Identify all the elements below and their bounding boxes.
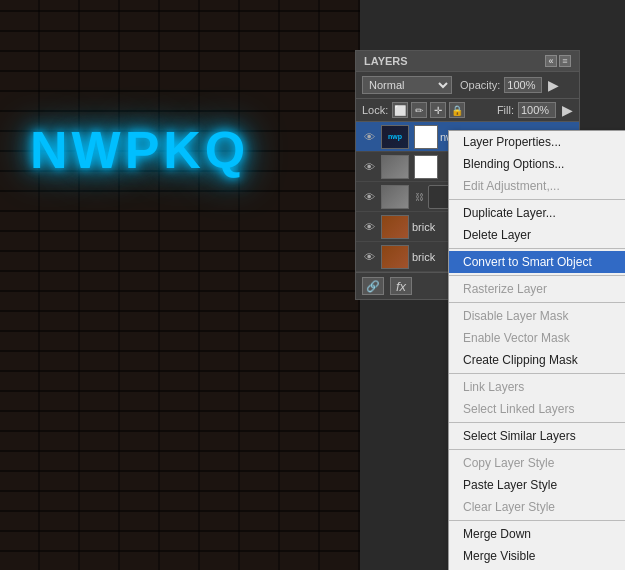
context-menu-item: Enable Vector Mask xyxy=(449,327,625,349)
menu-separator xyxy=(449,275,625,276)
context-menu-item[interactable]: Delete Layer xyxy=(449,224,625,246)
lock-transparent-btn[interactable]: ⬜ xyxy=(392,102,408,118)
menu-separator xyxy=(449,373,625,374)
context-menu-item[interactable]: Duplicate Layer... xyxy=(449,202,625,224)
fx-btn[interactable]: fx xyxy=(390,277,412,295)
context-menu-item: Copy Layer Style xyxy=(449,452,625,474)
context-menu-item: Disable Layer Mask xyxy=(449,305,625,327)
brick-background xyxy=(0,0,360,570)
layer-mask-thumbnail xyxy=(414,125,438,149)
panel-collapse-buttons: « ≡ xyxy=(545,55,571,67)
opacity-arrow[interactable]: ▶ xyxy=(548,77,559,93)
lock-position-btn[interactable]: ✛ xyxy=(430,102,446,118)
layer-mask-thumbnail xyxy=(414,155,438,179)
menu-separator xyxy=(449,422,625,423)
eye-icon[interactable]: 👁 xyxy=(360,158,378,176)
fill-label: Fill: xyxy=(497,104,514,116)
panel-menu-btn[interactable]: ≡ xyxy=(559,55,571,67)
menu-separator xyxy=(449,449,625,450)
lock-icons: ⬜ ✏ ✛ 🔒 xyxy=(392,102,493,118)
blend-mode-select[interactable]: Normal Multiply Screen xyxy=(362,76,452,94)
lock-row: Lock: ⬜ ✏ ✛ 🔒 Fill: ▶ xyxy=(356,99,579,122)
context-menu-item[interactable]: Layer Properties... xyxy=(449,131,625,153)
eye-icon[interactable]: 👁 xyxy=(360,248,378,266)
chain-icon: ⛓ xyxy=(412,190,426,204)
eye-icon[interactable]: 👁 xyxy=(360,188,378,206)
lock-all-btn[interactable]: 🔒 xyxy=(449,102,465,118)
context-menu-item: Clear Layer Style xyxy=(449,496,625,518)
context-menu-item: Link Layers xyxy=(449,376,625,398)
layer-thumbnail xyxy=(381,215,409,239)
layers-panel-header: LAYERS « ≡ xyxy=(356,51,579,72)
layer-thumbnail xyxy=(381,245,409,269)
layer-thumbnail xyxy=(381,185,409,209)
context-menu-item[interactable]: Create Clipping Mask xyxy=(449,349,625,371)
fill-arrow[interactable]: ▶ xyxy=(562,102,573,118)
context-menu-item[interactable]: Paste Layer Style xyxy=(449,474,625,496)
canvas-area: NWPKQ LAYERS « ≡ Normal Multiply Screen … xyxy=(0,0,625,570)
context-menu-item: Select Linked Layers xyxy=(449,398,625,420)
menu-separator xyxy=(449,248,625,249)
context-menu-item[interactable]: Blending Options... xyxy=(449,153,625,175)
eye-icon[interactable]: 👁 xyxy=(360,128,378,146)
lock-label: Lock: xyxy=(362,104,388,116)
menu-separator xyxy=(449,302,625,303)
context-menu-item: Rasterize Layer xyxy=(449,278,625,300)
panel-collapse-btn[interactable]: « xyxy=(545,55,557,67)
context-menu-item[interactable]: Merge Down xyxy=(449,523,625,545)
layer-thumbnail xyxy=(381,155,409,179)
context-menu-item[interactable]: Select Similar Layers xyxy=(449,425,625,447)
menu-separator xyxy=(449,199,625,200)
opacity-input[interactable] xyxy=(504,77,542,93)
layers-panel-title: LAYERS xyxy=(364,55,408,67)
link-layers-btn[interactable]: 🔗 xyxy=(362,277,384,295)
fill-input[interactable] xyxy=(518,102,556,118)
menu-separator xyxy=(449,520,625,521)
eye-icon[interactable]: 👁 xyxy=(360,218,378,236)
layers-blend-row: Normal Multiply Screen Opacity: ▶ xyxy=(356,72,579,99)
context-menu-item[interactable]: Convert to Smart Object xyxy=(449,251,625,273)
context-menu-item: Edit Adjustment,... xyxy=(449,175,625,197)
canvas-neon-text: NWPKQ xyxy=(30,120,249,180)
context-menu: Layer Properties...Blending Options...Ed… xyxy=(448,130,625,570)
context-menu-item[interactable]: Merge Visible xyxy=(449,545,625,567)
opacity-label: Opacity: xyxy=(460,79,500,91)
lock-image-btn[interactable]: ✏ xyxy=(411,102,427,118)
layer-thumbnail: nwp xyxy=(381,125,409,149)
